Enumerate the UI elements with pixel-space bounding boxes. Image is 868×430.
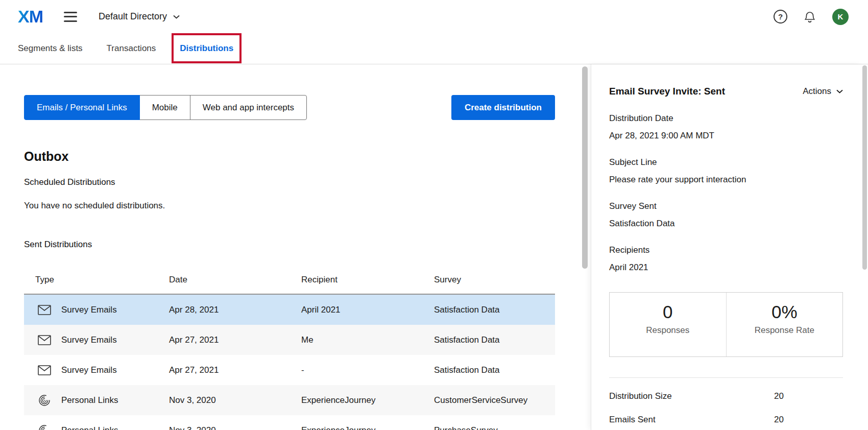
field-value: Satisfaction Data [609,218,843,230]
row-date: Apr 27, 2021 [169,365,301,375]
directory-selector[interactable]: Default Directory [99,11,180,22]
row-date: Apr 28, 2021 [169,305,301,315]
detail-panel: Email Survey Invite: Sent Actions Distri… [591,64,861,430]
field-label: Recipients [609,244,843,256]
field-subject-line: Subject Line Please rate your support in… [609,156,843,186]
response-rate-value: 0% [727,301,843,323]
notifications-icon[interactable] [804,11,816,23]
tab-bar: Segments & lists Transactions Distributi… [0,33,868,64]
row-type: Personal Links [61,425,118,430]
field-label: Subject Line [609,156,843,169]
chevron-down-icon [836,89,843,93]
content-area: Emails / Personal Links Mobile Web and a… [0,64,868,430]
metric-emails-sent: Emails Sent 20 [609,415,784,430]
column-header-recipient: Recipient [301,275,434,285]
row-recipient: - [301,365,434,375]
column-header-survey: Survey [434,275,555,285]
segment-emails-personal-links[interactable]: Emails / Personal Links [24,95,140,120]
fingerprint-icon [38,424,51,430]
chevron-down-icon [173,15,180,19]
tab-segments-and-lists[interactable]: Segments & lists [18,43,83,54]
row-recipient: ExperienceJourney [301,425,434,430]
top-bar: XM Default Directory ? K [0,0,868,33]
table-header-row: Type Date Recipient Survey [24,266,555,295]
table-row[interactable]: Survey Emails Apr 27, 2021 - Satisfactio… [24,355,555,385]
main-scrollbar[interactable] [582,66,588,269]
column-header-type: Type [24,275,169,285]
tab-distributions[interactable]: Distributions [180,43,233,54]
metric-label: Emails Sent [609,415,656,425]
envelope-icon [38,305,51,315]
actions-label: Actions [803,86,831,97]
table-row[interactable]: Survey Emails Apr 27, 2021 Me Satisfacti… [24,325,555,355]
sent-distributions-heading: Sent Distributions [24,238,555,251]
row-survey: Satisfaction Data [434,305,555,315]
outbox-title: Outbox [24,149,555,164]
responses-count: 0 [610,301,726,323]
field-label: Survey Sent [609,200,843,212]
actions-menu-button[interactable]: Actions [803,86,843,97]
create-distribution-button[interactable]: Create distribution [451,95,555,120]
field-value: April 2021 [609,261,843,274]
row-date: Nov 3, 2020 [169,395,301,405]
topbar-actions: ? K [774,9,868,25]
row-type: Personal Links [61,395,118,405]
metric-value: 20 [774,415,784,425]
menu-icon[interactable] [64,12,77,22]
row-survey: CustomerServiceSurvey [434,395,555,405]
responses-caption: Responses [610,325,726,336]
field-survey-sent: Survey Sent Satisfaction Data [609,200,843,230]
response-rate-caption: Response Rate [727,325,843,336]
table-row[interactable]: Survey Emails Apr 28, 2021 April 2021 Sa… [24,295,555,325]
response-rate-stat: 0% Response Rate [726,293,843,356]
segment-web-and-app-intercepts[interactable]: Web and app intercepts [190,95,307,120]
segment-mobile[interactable]: Mobile [139,95,190,120]
help-icon[interactable]: ? [774,10,787,23]
row-recipient: April 2021 [301,305,434,315]
row-survey: Satisfaction Data [434,365,555,375]
row-survey: PurchaseSurvey [434,425,555,430]
scheduled-empty-text: You have no scheduled distributions. [24,200,555,212]
field-value: Please rate your support interaction [609,174,843,186]
metric-label: Distribution Size [609,391,672,401]
panel-title: Email Survey Invite: Sent [609,85,725,98]
directory-name: Default Directory [99,11,167,22]
column-header-date: Date [169,275,301,285]
page-scrollbar-thumb[interactable] [862,65,867,270]
row-recipient: ExperienceJourney [301,395,434,405]
distribution-type-segmented-control: Emails / Personal Links Mobile Web and a… [24,95,307,120]
row-date: Apr 27, 2021 [169,335,301,345]
distribution-metrics: Distribution Size 20 Emails Sent 20 [609,377,843,430]
metric-distribution-size: Distribution Size 20 [609,391,784,415]
response-stats-box: 0 Responses 0% Response Rate [609,292,843,357]
page-scrollbar[interactable] [861,64,868,430]
distribution-toolbar: Emails / Personal Links Mobile Web and a… [24,95,555,120]
avatar[interactable]: K [832,9,849,25]
field-recipients: Recipients April 2021 [609,244,843,274]
tab-transactions[interactable]: Transactions [107,43,156,54]
row-recipient: Me [301,335,434,345]
row-type: Survey Emails [61,365,117,375]
envelope-icon [38,335,51,345]
responses-stat: 0 Responses [610,293,726,356]
main-area: Emails / Personal Links Mobile Web and a… [0,64,591,430]
fingerprint-icon [38,394,51,407]
row-date: Nov 3, 2020 [169,425,301,430]
table-row[interactable]: Personal Links Nov 3, 2020 ExperienceJou… [24,415,555,430]
row-type: Survey Emails [61,305,117,315]
row-type: Survey Emails [61,335,117,345]
field-value: Apr 28, 2021 9:00 AM MDT [609,130,843,142]
metric-value: 20 [774,391,784,401]
xm-logo: XM [18,7,51,27]
sent-distributions-table: Type Date Recipient Survey Survey Emails… [24,266,555,430]
scheduled-distributions-heading: Scheduled Distributions [24,176,555,188]
field-label: Distribution Date [609,112,843,125]
envelope-icon [38,365,51,375]
field-distribution-date: Distribution Date Apr 28, 2021 9:00 AM M… [609,112,843,142]
table-row[interactable]: Personal Links Nov 3, 2020 ExperienceJou… [24,385,555,415]
row-survey: Satisfaction Data [434,335,555,345]
